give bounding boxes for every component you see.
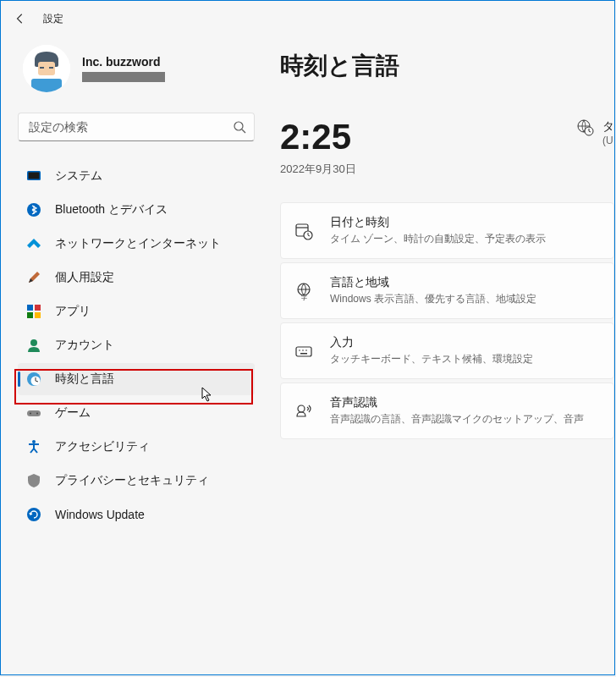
- card-title: 言語と地域: [330, 275, 536, 290]
- paintbrush-icon: [26, 270, 41, 285]
- card-subtitle: タッチキーボード、テキスト候補、環境設定: [330, 352, 533, 366]
- svg-rect-7: [29, 173, 40, 179]
- card-language-region[interactable]: 字 言語と地域 Windows 表示言語、優先する言語、地域設定: [280, 262, 614, 319]
- sidebar-item-label: ゲーム: [55, 405, 91, 421]
- card-date-time[interactable]: 日付と時刻 タイム ゾーン、時計の自動設定、予定表の表示: [280, 202, 614, 259]
- update-icon: [26, 507, 41, 522]
- svg-point-30: [305, 350, 307, 351]
- search-input[interactable]: [18, 113, 255, 141]
- search-icon: [233, 120, 246, 134]
- svg-point-28: [299, 350, 300, 351]
- sidebar-item-time-language[interactable]: 時刻と言語: [18, 363, 255, 395]
- sidebar-item-apps[interactable]: アプリ: [18, 295, 255, 327]
- card-title: 音声認識: [330, 395, 584, 410]
- svg-point-13: [30, 339, 37, 346]
- clock-globe-icon: [26, 372, 41, 387]
- sidebar-item-label: Windows Update: [55, 508, 145, 521]
- svg-point-29: [302, 350, 304, 351]
- sidebar: Inc. buzzword システム Bluetooth とデバイス: [18, 45, 255, 531]
- sidebar-item-gaming[interactable]: ゲーム: [18, 397, 255, 429]
- svg-rect-10: [35, 305, 41, 311]
- speech-icon: [294, 402, 313, 421]
- sidebar-item-label: 個人用設定: [55, 270, 114, 285]
- svg-rect-27: [296, 347, 311, 356]
- timezone-label-1: タ: [602, 119, 614, 135]
- card-speech[interactable]: 音声認識 音声認識の言語、音声認識マイクのセットアップ、音声: [280, 383, 614, 439]
- svg-rect-3: [49, 67, 53, 69]
- sidebar-item-label: Bluetooth とデバイス: [55, 202, 168, 217]
- user-name: Inc. buzzword: [82, 55, 165, 69]
- card-typing[interactable]: 入力 タッチキーボード、テキスト候補、環境設定: [280, 322, 614, 379]
- svg-text:字: 字: [301, 294, 307, 300]
- card-title: 日付と時刻: [330, 215, 546, 230]
- svg-rect-11: [27, 312, 33, 318]
- svg-rect-31: [300, 353, 307, 355]
- calendar-clock-icon: [294, 222, 313, 240]
- sidebar-item-label: アプリ: [55, 304, 91, 319]
- sidebar-item-label: 時刻と言語: [55, 372, 114, 387]
- svg-point-20: [27, 508, 41, 521]
- gamepad-icon: [26, 405, 41, 421]
- system-icon: [26, 168, 41, 184]
- app-title: 設定: [43, 12, 63, 26]
- sidebar-item-bluetooth[interactable]: Bluetooth とデバイス: [18, 194, 255, 226]
- sidebar-item-label: プライバシーとセキュリティ: [55, 473, 209, 488]
- sidebar-item-label: アクセシビリティ: [55, 439, 150, 454]
- nav: システム Bluetooth とデバイス ネットワークとインターネット 個人用設…: [18, 160, 255, 531]
- sidebar-item-accounts[interactable]: アカウント: [18, 329, 255, 361]
- sidebar-item-label: システム: [55, 168, 102, 184]
- sidebar-item-privacy[interactable]: プライバシーとセキュリティ: [18, 465, 255, 497]
- sidebar-item-system[interactable]: システム: [18, 160, 255, 192]
- card-subtitle: 音声認識の言語、音声認識マイクのセットアップ、音声: [330, 412, 584, 427]
- sidebar-item-personalization[interactable]: 個人用設定: [18, 261, 255, 294]
- clock-time: 2:25: [280, 119, 356, 155]
- main-content: 時刻と言語 2:25 2022年9月30日 タ (U: [280, 45, 614, 531]
- user-email-redacted: [82, 72, 165, 82]
- card-subtitle: Windows 表示言語、優先する言語、地域設定: [330, 292, 536, 306]
- shield-icon: [26, 473, 41, 488]
- sidebar-item-label: アカウント: [55, 338, 114, 353]
- svg-point-17: [30, 413, 31, 415]
- avatar: [23, 45, 70, 92]
- arrow-left-icon: [14, 13, 26, 25]
- svg-rect-4: [31, 79, 62, 92]
- accessibility-icon: [26, 439, 41, 454]
- timezone-block: タ (U: [577, 119, 614, 146]
- apps-icon: [26, 304, 41, 319]
- wifi-icon: [26, 236, 41, 251]
- svg-point-5: [234, 122, 243, 130]
- svg-point-18: [36, 413, 38, 415]
- language-icon: 字: [294, 282, 313, 300]
- clock-date: 2022年9月30日: [280, 162, 356, 177]
- sidebar-item-windows-update[interactable]: Windows Update: [18, 498, 255, 531]
- card-title: 入力: [330, 335, 533, 350]
- sidebar-item-accessibility[interactable]: アクセシビリティ: [18, 431, 255, 463]
- svg-rect-12: [35, 312, 41, 318]
- svg-point-32: [298, 405, 305, 412]
- svg-rect-9: [27, 305, 33, 311]
- sidebar-item-network[interactable]: ネットワークとインターネット: [18, 228, 255, 260]
- search-box[interactable]: [18, 113, 255, 141]
- timezone-label-2: (U: [602, 135, 614, 146]
- clock-block: 2:25 2022年9月30日: [280, 119, 356, 177]
- titlebar: 設定: [1, 1, 614, 36]
- svg-point-19: [32, 440, 36, 443]
- svg-rect-2: [40, 67, 44, 69]
- keyboard-icon: [294, 342, 313, 361]
- svg-rect-16: [27, 410, 41, 416]
- person-icon: [26, 338, 41, 353]
- card-subtitle: タイム ゾーン、時計の自動設定、予定表の表示: [330, 232, 546, 246]
- globe-clock-icon: [577, 119, 594, 136]
- page-title: 時刻と言語: [280, 50, 614, 82]
- bluetooth-icon: [26, 202, 41, 217]
- sidebar-item-label: ネットワークとインターネット: [55, 236, 221, 251]
- back-button[interactable]: [13, 11, 28, 26]
- user-row[interactable]: Inc. buzzword: [18, 45, 255, 92]
